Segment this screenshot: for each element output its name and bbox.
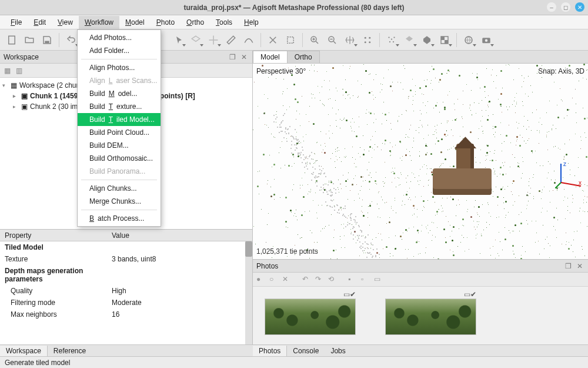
tab-model[interactable]: Model [253, 51, 288, 63]
properties-scrollbar-track[interactable] [245, 241, 252, 344]
photo-strip: ▭✔ ▭✔ [253, 287, 588, 344]
menu-item-build-texture[interactable]: Build Texture... [78, 100, 161, 113]
menu-model[interactable]: Model [119, 16, 151, 29]
svg-text:x: x [579, 180, 582, 186]
svg-line-22 [561, 183, 581, 186]
property-value: 3 bands, uint8 [112, 255, 252, 263]
photos-close-icon[interactable]: ✕ [575, 261, 584, 271]
properties-header: Property Value [0, 230, 252, 241]
capture-view-icon[interactable] [478, 32, 495, 48]
photos-enable-icon[interactable]: ● [256, 275, 266, 284]
photos-remove-icon[interactable]: ✕ [282, 275, 292, 284]
reset-view-icon[interactable] [359, 32, 376, 48]
open-project-icon[interactable] [21, 32, 38, 48]
undock-icon[interactable]: ❐ [228, 52, 237, 62]
menu-item-batch-process[interactable]: Batch Process... [78, 212, 161, 225]
svg-point-10 [391, 38, 392, 39]
menu-item-build-model[interactable]: Build Model... [78, 87, 161, 100]
ws-add-chunk-icon[interactable]: ▦ [2, 66, 12, 75]
model-viewport[interactable]: Perspective 30° Snap: Axis, 3D 1,025,371… [253, 64, 588, 259]
photos-toolbar: ● ○ ✕ ↶ ↷ ⟲ ▪ ▫ ▭ [253, 273, 588, 287]
axis-gizmo-icon: z x [555, 160, 583, 188]
property-value: 16 [112, 310, 252, 319]
viewport-tiepoints-label: 1,025,371 tie points [256, 247, 318, 256]
menu-item-add-photos[interactable]: Add Photos... [78, 31, 161, 44]
menu-photo[interactable]: Photo [151, 16, 181, 29]
bottom-tab-console[interactable]: Console [287, 346, 325, 356]
close-button[interactable]: ✕ [575, 2, 584, 12]
aligned-check-icon: ▭✔ [343, 290, 356, 299]
selection-mode-icon[interactable] [170, 32, 186, 48]
draw-icon[interactable] [240, 32, 257, 48]
svg-text:z: z [563, 161, 566, 167]
menu-item-add-folder[interactable]: Add Folder... [78, 44, 161, 57]
bottom-tab-jobs[interactable]: Jobs [325, 346, 351, 356]
photos-details-icon[interactable]: ▪ [348, 275, 358, 284]
left-bottom-tabs: Workspace Reference [0, 344, 253, 356]
menu-workflow[interactable]: Workflow [79, 16, 119, 29]
ws-add-photos-icon[interactable]: ▥ [14, 66, 24, 75]
bottom-tab-workspace[interactable]: Workspace [0, 346, 48, 356]
show-dense-icon[interactable] [401, 32, 417, 48]
property-name: Tiled Model [0, 243, 112, 251]
menu-item-build-dem[interactable]: Build DEM... [78, 139, 161, 152]
ruler-icon[interactable] [223, 32, 239, 48]
svg-point-11 [393, 37, 395, 38]
photo-thumb-2 [385, 299, 476, 335]
new-project-icon[interactable] [4, 32, 20, 48]
bottom-tab-photos[interactable]: Photos [253, 346, 287, 356]
menu-help[interactable]: Help [238, 16, 265, 29]
close-panel-icon[interactable]: ✕ [239, 52, 249, 62]
menu-item-align-chunks[interactable]: Align Chunks... [78, 182, 161, 195]
menu-item-align-photos[interactable]: Align Photos... [78, 61, 161, 74]
titlebar: turaida_proj.psx* — Agisoft Metashape Pr… [0, 0, 588, 15]
menu-tools[interactable]: Tools [210, 16, 238, 29]
photo-item-1[interactable]: ▭✔ [265, 290, 356, 335]
show-textured-icon[interactable] [436, 32, 453, 48]
photos-reset-icon[interactable]: ⟲ [328, 275, 338, 284]
svg-point-19 [485, 39, 488, 42]
tab-ortho[interactable]: Ortho [287, 51, 320, 63]
menu-view[interactable]: View [52, 16, 79, 29]
menu-file[interactable]: File [5, 16, 28, 29]
menu-item-build-tiled-model[interactable]: Build Tiled Model... [78, 113, 161, 126]
zoom-in-icon[interactable] [306, 32, 323, 48]
bottom-tab-reference[interactable]: Reference [48, 346, 92, 356]
right-pane: Model Ortho Perspective 30° Snap: Axis, … [253, 51, 588, 344]
photos-disable-icon[interactable]: ○ [269, 275, 279, 284]
region-icon[interactable] [188, 32, 204, 48]
property-row: Depth maps generation parameters [0, 265, 252, 285]
property-name: Quality [0, 287, 112, 295]
property-value [112, 243, 252, 251]
crop-selection-icon[interactable] [282, 32, 299, 48]
photos-rotate-left-icon[interactable]: ↶ [302, 275, 312, 284]
menu-item-build-panorama: Build Panorama... [78, 165, 161, 178]
pan-icon[interactable] [342, 32, 358, 48]
photo-item-2[interactable]: ▭✔ [385, 290, 476, 335]
photos-panel: Photos ❐ ✕ ● ○ ✕ ↶ ↷ ⟲ ▪ ▫ ▭ ▭✔ [253, 259, 588, 344]
property-name: Depth maps generation parameters [0, 267, 112, 283]
minimize-button[interactable]: – [547, 2, 556, 12]
photos-large-icon[interactable]: ▭ [374, 275, 383, 284]
menu-edit[interactable]: Edit [28, 16, 52, 29]
property-row: Tiled Model [0, 241, 252, 253]
menu-item-merge-chunks[interactable]: Merge Chunks... [78, 195, 161, 208]
photos-rotate-right-icon[interactable]: ↷ [315, 275, 325, 284]
properties-scrollbar-thumb[interactable] [245, 241, 252, 257]
delete-selection-icon[interactable] [265, 32, 281, 48]
save-project-icon[interactable] [39, 32, 55, 48]
property-row: Max neighbors16 [0, 309, 252, 320]
menu-item-build-point-cloud[interactable]: Build Point Cloud... [78, 126, 161, 139]
menu-item-build-orthomosaic[interactable]: Build Orthomosaic... [78, 152, 161, 165]
show-aligned-icon[interactable] [460, 32, 477, 48]
show-points-icon[interactable] [383, 32, 400, 48]
window-title: turaida_proj.psx* — Agisoft Metashape Pr… [184, 4, 405, 12]
transform-icon[interactable] [205, 32, 222, 48]
maximize-button[interactable]: ◻ [561, 2, 570, 12]
show-solid-icon[interactable] [419, 32, 435, 48]
menu-ortho[interactable]: Ortho [181, 16, 210, 29]
svg-point-8 [369, 41, 370, 43]
photos-small-icon[interactable]: ▫ [361, 275, 370, 284]
photos-undock-icon[interactable]: ❐ [563, 261, 573, 271]
zoom-out-icon[interactable] [324, 32, 340, 48]
